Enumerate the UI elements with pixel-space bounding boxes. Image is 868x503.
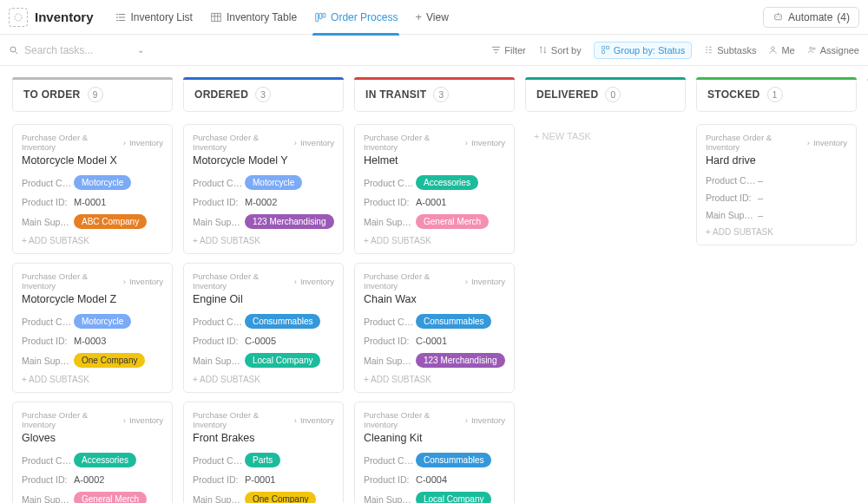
supplier-pill[interactable]: Local Company [416, 492, 491, 503]
view-icon [210, 11, 222, 23]
add-subtask-button[interactable]: + ADD SUBTASK [22, 236, 163, 245]
field-value[interactable]: P-0001 [245, 474, 275, 485]
card-title[interactable]: Front Brakes [193, 432, 334, 444]
card-title[interactable]: Helmet [364, 154, 505, 167]
card-title[interactable]: Motorcycle Model Y [193, 154, 334, 167]
field-label: Product ID: [193, 336, 245, 346]
field-label: Main Supplier: [193, 494, 245, 504]
chevron-down-icon[interactable]: ⌄ [137, 45, 144, 55]
column-title: TO ORDER [23, 88, 81, 101]
view-tab-inventory-list[interactable]: Inventory List [106, 0, 201, 35]
column-header[interactable]: IN TRANSIT3 [354, 78, 515, 112]
svg-rect-15 [606, 46, 608, 49]
add-subtask-button[interactable]: + ADD SUBTASK [706, 227, 847, 237]
field-label: Main Supplier: [22, 356, 74, 366]
subtasks-button[interactable]: Subtasks [704, 45, 756, 56]
card-title[interactable]: Engine Oil [193, 293, 334, 305]
add-subtask-button[interactable]: + ADD SUBTASK [193, 375, 334, 384]
group-button[interactable]: Group by: Status [594, 42, 693, 59]
supplier-pill[interactable]: 123 Merchandising [245, 214, 334, 229]
task-card[interactable]: Purchase Order & Inventory›InventoryMoto… [183, 124, 344, 254]
task-card[interactable]: Purchase Order & Inventory›InventoryEngi… [183, 263, 344, 393]
category-pill[interactable]: Motorcycle [74, 175, 131, 190]
column-body: Purchase Order & Inventory›InventoryMoto… [12, 124, 173, 503]
svg-line-13 [16, 51, 18, 54]
task-card[interactable]: Purchase Order & Inventory›InventoryHard… [696, 124, 857, 245]
add-subtask-button[interactable]: + ADD SUBTASK [364, 375, 505, 384]
supplier-pill[interactable]: One Company [245, 492, 316, 503]
field-value[interactable]: A-0002 [74, 474, 104, 485]
task-card[interactable]: Purchase Order & Inventory›InventoryClea… [354, 402, 515, 503]
field-value[interactable]: M-0003 [74, 336, 106, 346]
column-header[interactable]: ORDERED3 [183, 78, 344, 112]
search-wrap[interactable]: ⌄ [9, 44, 144, 56]
field-value[interactable]: – [758, 175, 763, 186]
view-tab-inventory-table[interactable]: Inventory Table [201, 0, 306, 35]
field-label: Product ID: [22, 336, 74, 346]
me-button[interactable]: Me [768, 45, 794, 56]
supplier-pill[interactable]: One Company [74, 353, 145, 368]
field-value[interactable]: A-0001 [416, 197, 446, 207]
field-label: Product ID: [364, 197, 416, 207]
field-value[interactable]: C-0001 [416, 336, 447, 346]
category-pill[interactable]: Consummables [245, 314, 320, 329]
field-label: Product ID: [22, 474, 74, 485]
task-card[interactable]: Purchase Order & Inventory›InventoryChai… [354, 263, 515, 393]
new-task-button[interactable]: + NEW TASK [525, 124, 686, 148]
add-subtask-button[interactable]: + ADD SUBTASK [22, 375, 163, 384]
card-title[interactable]: Gloves [22, 432, 163, 444]
task-card[interactable]: Purchase Order & Inventory›InventoryFron… [183, 402, 344, 503]
column-header[interactable]: TO ORDER9 [12, 78, 173, 112]
category-pill[interactable]: Consummables [416, 453, 491, 467]
category-pill[interactable]: Consummables [416, 314, 491, 329]
column-count: 3 [255, 87, 271, 102]
task-card[interactable]: Purchase Order & Inventory›InventoryMoto… [12, 124, 173, 254]
card-title[interactable]: Chain Wax [364, 293, 505, 305]
field-value[interactable]: M-0001 [74, 197, 106, 207]
category-pill[interactable]: Parts [245, 453, 280, 467]
add-subtask-button[interactable]: + ADD SUBTASK [193, 236, 334, 245]
card-title[interactable]: Motorcycle Model X [22, 154, 163, 167]
view-tab-view[interactable]: +View [406, 0, 457, 35]
svg-point-18 [809, 47, 812, 49]
category-pill[interactable]: Accessories [74, 453, 136, 467]
field-label: Product Cat… [22, 455, 74, 466]
supplier-pill[interactable]: ABC Company [74, 214, 147, 229]
field-value[interactable]: – [758, 193, 763, 203]
top-bar: Inventory Inventory ListInventory TableO… [0, 0, 868, 35]
field-label: Main Supplier: [22, 494, 74, 504]
field-label: Main Supplier: [193, 217, 245, 227]
field-value[interactable]: – [758, 210, 763, 220]
breadcrumb: Purchase Order & Inventory›Inventory [364, 271, 505, 291]
add-subtask-button[interactable]: + ADD SUBTASK [364, 236, 505, 245]
supplier-pill[interactable]: General Merch [74, 492, 147, 503]
supplier-pill[interactable]: 123 Merchandising [416, 353, 505, 368]
sort-button[interactable]: Sort by [538, 45, 582, 56]
svg-point-19 [812, 48, 814, 49]
assignee-button[interactable]: Assignee [807, 45, 859, 56]
column-header[interactable]: STOCKED1 [696, 78, 857, 112]
task-card[interactable]: Purchase Order & Inventory›InventoryGlov… [12, 402, 173, 503]
task-card[interactable]: Purchase Order & Inventory›InventoryHelm… [354, 124, 515, 254]
card-title[interactable]: Cleaning Kit [364, 432, 505, 444]
category-pill[interactable]: Motorcycle [245, 175, 302, 190]
category-pill[interactable]: Accessories [416, 175, 478, 190]
card-title[interactable]: Motorcycle Model Z [22, 293, 163, 305]
supplier-pill[interactable]: Local Company [245, 353, 320, 368]
field-value[interactable]: M-0002 [245, 197, 277, 207]
view-tab-order-process[interactable]: Order Process [306, 0, 406, 35]
column-count: 3 [433, 87, 449, 102]
field-value[interactable]: C-0004 [416, 474, 447, 485]
card-title[interactable]: Hard drive [706, 154, 847, 167]
svg-rect-16 [602, 50, 604, 53]
search-input[interactable] [24, 44, 128, 56]
column-count: 1 [767, 87, 783, 102]
category-pill[interactable]: Motorcycle [74, 314, 131, 329]
automate-button[interactable]: Automate (4) [763, 7, 859, 28]
column-count: 9 [88, 87, 103, 102]
filter-button[interactable]: Filter [491, 45, 525, 56]
column-header[interactable]: DELIVERED0 [525, 78, 686, 112]
field-value[interactable]: C-0005 [245, 336, 276, 346]
supplier-pill[interactable]: General Merch [416, 214, 489, 229]
task-card[interactable]: Purchase Order & Inventory›InventoryMoto… [12, 263, 173, 393]
